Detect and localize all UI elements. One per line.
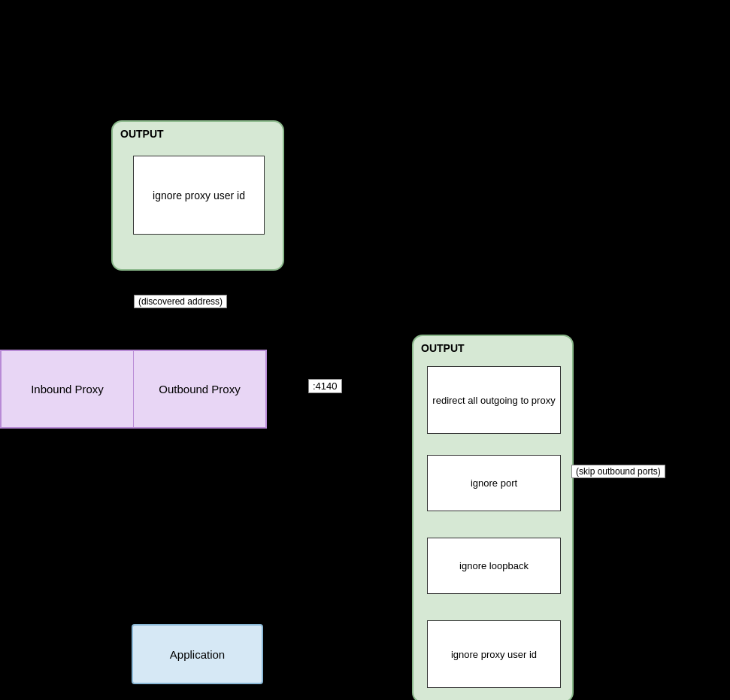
ignore-proxy-user-id-bottom-label: ignore proxy user id: [451, 649, 537, 660]
ignore-proxy-user-id-top-label: ignore proxy user id: [153, 189, 245, 202]
redirect-all-outgoing-box: redirect all outgoing to proxy: [427, 366, 561, 434]
outbound-proxy-label: Outbound Proxy: [159, 383, 240, 395]
discovered-address-label: (discovered address): [134, 295, 227, 308]
top-green-container: OUTPUT ignore proxy user id: [111, 120, 284, 271]
application-label: Application: [170, 648, 225, 661]
ignore-loopback-box: ignore loopback: [427, 538, 561, 594]
ignore-loopback-label: ignore loopback: [459, 560, 529, 571]
ignore-port-label: ignore port: [471, 477, 517, 489]
proxy-container: Inbound Proxy Outbound Proxy: [0, 350, 267, 429]
inbound-proxy-label: Inbound Proxy: [31, 383, 104, 395]
skip-outbound-ports-label: (skip outbound ports): [571, 465, 665, 478]
application-box: Application: [132, 624, 263, 684]
top-output-label: OUTPUT: [120, 128, 164, 140]
ignore-proxy-user-id-bottom-box: ignore proxy user id: [427, 620, 561, 688]
port-label: :4140: [308, 379, 342, 393]
right-output-label: OUTPUT: [421, 342, 465, 354]
ignore-port-box: ignore port: [427, 455, 561, 511]
right-green-container: OUTPUT redirect all outgoing to proxy ig…: [412, 335, 574, 700]
redirect-all-outgoing-label: redirect all outgoing to proxy: [432, 395, 555, 406]
ignore-proxy-user-id-top-box: ignore proxy user id: [133, 156, 265, 235]
